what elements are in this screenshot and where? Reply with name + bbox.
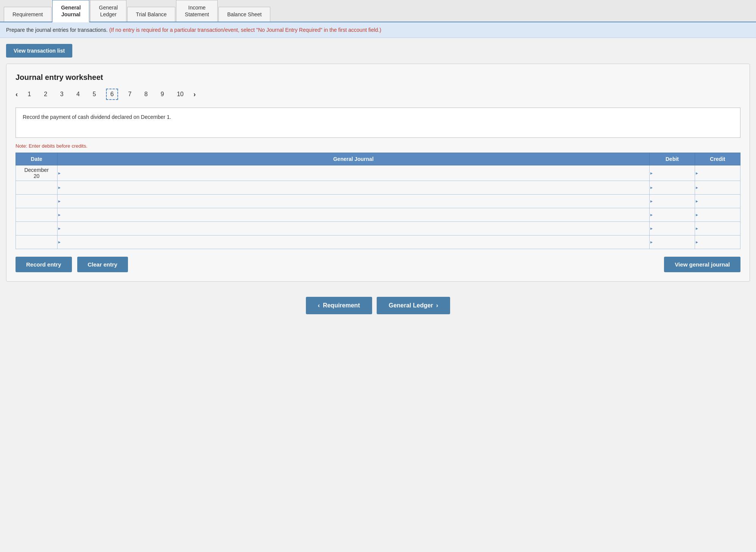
credit-input-4[interactable] <box>700 211 740 220</box>
journal-input-1[interactable] <box>62 168 649 178</box>
journal-cell-4[interactable]: ► <box>58 208 650 222</box>
journal-input-6[interactable] <box>62 238 649 247</box>
tab-trial-balance[interactable]: Trial Balance <box>127 7 175 22</box>
instructions-red: (If no entry is required for a particula… <box>109 27 381 33</box>
clear-entry-button[interactable]: Clear entry <box>77 257 128 272</box>
table-row: ► ► ► <box>16 195 740 208</box>
debit-cell-3[interactable]: ► <box>650 195 695 208</box>
row2-credit-arrow: ► <box>695 186 699 190</box>
debit-cell-1[interactable]: ► <box>650 165 695 181</box>
page-6[interactable]: 6 <box>106 89 118 100</box>
page-9[interactable]: 9 <box>157 89 167 99</box>
debit-cell-6[interactable]: ► <box>650 235 695 249</box>
page-8[interactable]: 8 <box>141 89 151 99</box>
credit-input-5[interactable] <box>700 224 740 233</box>
note-text: Note: Enter debits before credits. <box>16 143 740 149</box>
page-5[interactable]: 5 <box>90 89 99 99</box>
row6-debit-arrow: ► <box>650 240 653 244</box>
debit-cell-5[interactable]: ► <box>650 222 695 235</box>
pagination: ‹ 1 2 3 4 5 6 7 8 9 10 › <box>16 89 740 100</box>
tab-requirement[interactable]: Requirement <box>4 7 51 22</box>
debit-input-3[interactable] <box>654 197 695 206</box>
table-row: ► ► ► <box>16 222 740 235</box>
tab-balance-sheet[interactable]: Balance Sheet <box>218 7 270 22</box>
row5-debit-arrow: ► <box>650 226 653 231</box>
instructions-main: Prepare the journal entries for transact… <box>6 27 109 33</box>
debit-cell-4[interactable]: ► <box>650 208 695 222</box>
page-3[interactable]: 3 <box>57 89 67 99</box>
action-buttons-row: Record entry Clear entry View general jo… <box>16 257 740 272</box>
prev-nav-label: Requirement <box>323 302 360 309</box>
row1-journal-arrow: ► <box>58 171 61 175</box>
header-credit: Credit <box>695 153 740 165</box>
date-cell-1: December20 <box>16 165 58 181</box>
credit-input-2[interactable] <box>700 183 740 192</box>
page-7[interactable]: 7 <box>125 89 134 99</box>
row4-debit-arrow: ► <box>650 213 653 217</box>
journal-input-4[interactable] <box>62 211 649 220</box>
tab-income-statement[interactable]: IncomeStatement <box>176 0 218 22</box>
record-entry-button[interactable]: Record entry <box>16 257 72 272</box>
debit-cell-2[interactable]: ► <box>650 181 695 195</box>
credit-input-6[interactable] <box>700 238 740 247</box>
prev-arrow[interactable]: ‹ <box>16 90 18 98</box>
credit-cell-5[interactable]: ► <box>695 222 740 235</box>
debit-input-6[interactable] <box>654 238 695 247</box>
row3-credit-arrow: ► <box>695 199 699 203</box>
next-nav-button[interactable]: General Ledger › <box>377 297 450 314</box>
journal-input-3[interactable] <box>62 197 649 206</box>
row1-debit-arrow: ► <box>650 171 653 175</box>
page-2[interactable]: 2 <box>41 89 50 99</box>
journal-cell-1[interactable]: ► <box>58 165 650 181</box>
tab-general-journal[interactable]: GeneralJournal <box>52 0 89 22</box>
tabs-bar: Requirement GeneralJournal GeneralLedger… <box>0 0 756 22</box>
next-arrow[interactable]: › <box>193 90 196 98</box>
row3-debit-arrow: ► <box>650 199 653 203</box>
debit-input-4[interactable] <box>654 211 695 220</box>
debit-input-5[interactable] <box>654 224 695 233</box>
worksheet-title: Journal entry worksheet <box>16 73 740 82</box>
date-cell-3 <box>16 195 58 208</box>
row4-credit-arrow: ► <box>695 213 699 217</box>
credit-cell-1[interactable]: ► <box>695 165 740 181</box>
table-row: ► ► ► <box>16 181 740 195</box>
row5-credit-arrow: ► <box>695 226 699 231</box>
header-general-journal: General Journal <box>58 153 650 165</box>
view-general-journal-button[interactable]: View general journal <box>664 257 740 272</box>
date-cell-4 <box>16 208 58 222</box>
prev-nav-arrow-icon: ‹ <box>318 302 320 309</box>
journal-input-5[interactable] <box>62 224 649 233</box>
tab-general-ledger[interactable]: GeneralLedger <box>90 0 126 22</box>
header-date: Date <box>16 153 58 165</box>
view-transactions-area: View transaction list <box>0 38 756 64</box>
bottom-nav: ‹ Requirement General Ledger › <box>0 289 756 326</box>
row6-credit-arrow: ► <box>695 240 699 244</box>
prev-nav-button[interactable]: ‹ Requirement <box>306 297 372 314</box>
journal-input-2[interactable] <box>62 183 649 192</box>
row5-journal-arrow: ► <box>58 226 61 231</box>
row6-journal-arrow: ► <box>58 240 61 244</box>
page-4[interactable]: 4 <box>73 89 83 99</box>
debit-input-1[interactable] <box>654 168 695 178</box>
credit-cell-3[interactable]: ► <box>695 195 740 208</box>
credit-input-3[interactable] <box>700 197 740 206</box>
debit-input-2[interactable] <box>654 183 695 192</box>
credit-input-1[interactable] <box>700 168 740 178</box>
journal-cell-3[interactable]: ► <box>58 195 650 208</box>
journal-cell-2[interactable]: ► <box>58 181 650 195</box>
credit-cell-2[interactable]: ► <box>695 181 740 195</box>
view-transaction-list-button[interactable]: View transaction list <box>6 44 72 58</box>
header-debit: Debit <box>650 153 695 165</box>
table-row: ► ► ► <box>16 235 740 249</box>
page-10[interactable]: 10 <box>174 89 187 99</box>
next-nav-label: General Ledger <box>389 302 433 309</box>
credit-cell-4[interactable]: ► <box>695 208 740 222</box>
journal-cell-5[interactable]: ► <box>58 222 650 235</box>
journal-cell-6[interactable]: ► <box>58 235 650 249</box>
description-text: Record the payment of cash dividend decl… <box>23 114 171 120</box>
date-cell-5 <box>16 222 58 235</box>
row4-journal-arrow: ► <box>58 213 61 217</box>
credit-cell-6[interactable]: ► <box>695 235 740 249</box>
page-1[interactable]: 1 <box>25 89 34 99</box>
date-cell-2 <box>16 181 58 195</box>
